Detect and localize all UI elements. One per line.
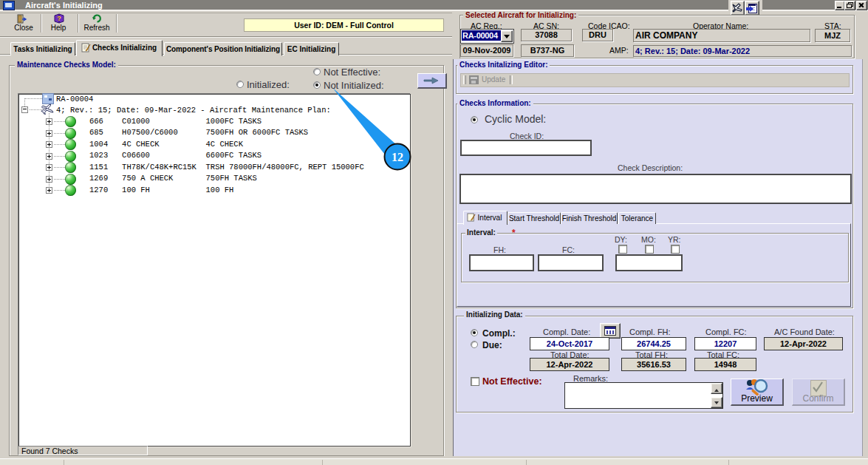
svg-text:12: 12 (392, 151, 403, 163)
svg-text:?: ? (57, 15, 61, 22)
